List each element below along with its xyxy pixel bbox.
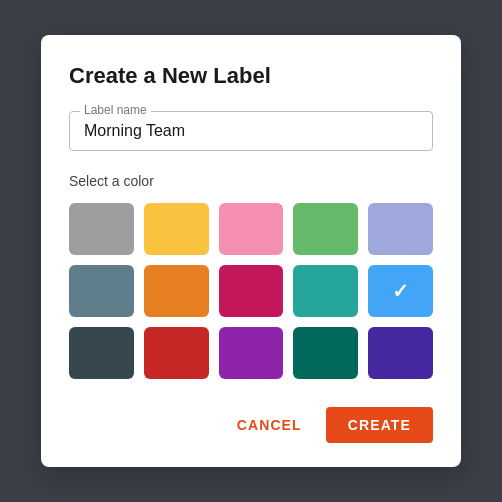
label-name-field: Label name	[69, 111, 433, 151]
dialog-actions: CANCEL CREATE	[69, 407, 433, 443]
color-swatch-steel-blue[interactable]	[69, 265, 134, 317]
color-swatch-dark-gray[interactable]	[69, 327, 134, 379]
color-swatch-dark-teal[interactable]	[293, 327, 358, 379]
color-grid	[69, 203, 433, 379]
color-swatch-teal[interactable]	[293, 265, 358, 317]
dialog: Create a New Label Label name Select a c…	[41, 35, 461, 467]
color-swatch-red[interactable]	[144, 327, 209, 379]
color-swatch-deep-purple[interactable]	[368, 327, 433, 379]
backdrop: Create a New Label Label name Select a c…	[0, 0, 502, 502]
create-button[interactable]: CREATE	[326, 407, 433, 443]
color-swatch-purple[interactable]	[219, 327, 284, 379]
color-swatch-yellow[interactable]	[144, 203, 209, 255]
color-swatch-green[interactable]	[293, 203, 358, 255]
color-swatch-pink[interactable]	[219, 203, 284, 255]
color-swatch-crimson[interactable]	[219, 265, 284, 317]
color-swatch-gray[interactable]	[69, 203, 134, 255]
color-swatch-sky-blue[interactable]	[368, 265, 433, 317]
label-name-field-label: Label name	[80, 103, 151, 117]
cancel-button[interactable]: CANCEL	[221, 407, 318, 443]
dialog-title: Create a New Label	[69, 63, 433, 89]
label-name-input[interactable]	[84, 122, 418, 140]
color-swatch-lavender[interactable]	[368, 203, 433, 255]
color-section-label: Select a color	[69, 173, 433, 189]
color-swatch-orange[interactable]	[144, 265, 209, 317]
